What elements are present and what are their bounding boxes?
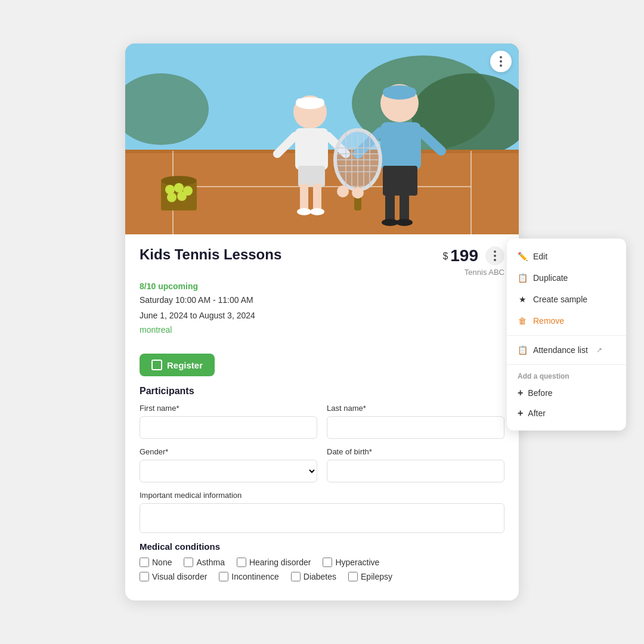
svg-point-15: [177, 191, 187, 201]
svg-point-14: [167, 193, 177, 202]
gender-dob-row: Gender* Male Female Other Date of birth*: [140, 447, 504, 482]
before-label: Before: [528, 388, 552, 398]
card-title: Kids Tennis Lessons: [140, 246, 281, 263]
svg-rect-33: [383, 166, 417, 196]
menu-item-before[interactable]: + Before: [507, 383, 626, 403]
menu-divider-2: [507, 364, 626, 365]
price-amount: 199: [450, 246, 478, 265]
checkbox-hearing-input[interactable]: [237, 558, 246, 567]
checkbox-visual-disorder[interactable]: Visual disorder: [140, 572, 207, 581]
first-name-label: First name*: [140, 404, 317, 413]
menu-item-attendance[interactable]: 📋 Attendance list ↗: [507, 339, 626, 361]
register-button[interactable]: Register: [140, 354, 215, 376]
checkbox-incontinence[interactable]: Incontinence: [219, 572, 278, 581]
duplicate-icon: 📋: [518, 273, 527, 283]
checkbox-epilepsy[interactable]: Epilepsy: [348, 572, 392, 581]
dropdown-menu: ✏️ Edit 📋 Duplicate ★ Create sample 🗑 Re…: [507, 239, 626, 431]
checkbox-incontinence-input[interactable]: [219, 572, 228, 581]
medical-conditions-row-2: Visual disorder Incontinence Diabetes Ep…: [140, 572, 504, 581]
register-icon: [151, 360, 162, 370]
svg-rect-19: [295, 128, 328, 170]
price-more-button[interactable]: [485, 246, 504, 265]
edit-label: Edit: [533, 252, 547, 261]
price-dots-icon: [494, 250, 496, 261]
schedule-line1: Saturday 10:00 AM - 11:00 AM: [140, 293, 504, 306]
gender-label: Gender*: [140, 447, 317, 456]
three-dots-icon: [500, 56, 502, 67]
checkbox-hyperactive[interactable]: Hyperactive: [323, 558, 379, 567]
attendance-label: Attendance list: [533, 345, 588, 355]
medical-conditions-title: Medical conditions: [140, 541, 504, 552]
medical-conditions-row-1: None Asthma Hearing disorder Hyperactive: [140, 558, 504, 567]
svg-point-12: [174, 183, 184, 193]
duplicate-label: Duplicate: [533, 273, 568, 283]
price-symbol: $: [442, 251, 448, 262]
gender-select[interactable]: Male Female Other: [140, 460, 317, 482]
checkbox-diabetes[interactable]: Diabetes: [291, 572, 336, 581]
card-body: Kids Tennis Lessons $ 199 Te: [125, 234, 519, 601]
medical-info-group: Important medical information: [140, 491, 504, 533]
last-name-group: Last name*: [327, 404, 504, 439]
create-sample-label: Create sample: [533, 295, 587, 304]
participants-section-title: Participants: [140, 386, 504, 397]
menu-item-remove[interactable]: 🗑 Remove: [507, 310, 626, 332]
price-row: $ 199: [442, 246, 504, 265]
medical-conditions-section: Medical conditions None Asthma Hearing d…: [140, 541, 504, 581]
location-link[interactable]: montreal: [140, 325, 172, 335]
schedule-line2: June 1, 2024 to August 3, 2024: [140, 309, 504, 322]
checkbox-asthma-input[interactable]: [184, 558, 193, 567]
register-label: Register: [167, 360, 203, 370]
checkbox-none[interactable]: None: [140, 558, 172, 567]
svg-point-52: [352, 187, 364, 199]
checkbox-none-input[interactable]: [140, 558, 149, 567]
checkbox-diabetes-input[interactable]: [291, 572, 301, 581]
menu-item-edit[interactable]: ✏️ Edit: [507, 246, 626, 267]
medical-info-label: Important medical information: [140, 491, 504, 500]
last-name-input[interactable]: [327, 416, 504, 439]
menu-item-create-sample[interactable]: ★ Create sample: [507, 289, 626, 310]
svg-point-26: [310, 208, 324, 215]
external-link-icon: ↗: [596, 346, 602, 354]
gender-group: Gender* Male Female Other: [140, 447, 317, 482]
svg-rect-34: [385, 191, 395, 221]
checkbox-visual-input[interactable]: [140, 572, 149, 581]
svg-point-51: [337, 185, 349, 197]
trash-icon: 🗑: [518, 316, 527, 326]
price-section: $ 199 Tennis ABC: [442, 246, 504, 277]
name-row: First name* Last name*: [140, 404, 504, 439]
svg-rect-35: [400, 191, 409, 221]
remove-label: Remove: [533, 316, 564, 326]
upcoming-label: 8/10 upcoming: [140, 281, 504, 291]
svg-rect-24: [313, 184, 321, 210]
checkbox-epilepsy-input[interactable]: [348, 572, 358, 581]
card-header: Kids Tennis Lessons $ 199 Te: [140, 246, 504, 277]
menu-item-after[interactable]: + After: [507, 403, 626, 423]
main-card: Kids Tennis Lessons $ 199 Te: [125, 44, 519, 601]
menu-divider: [507, 335, 626, 336]
checkbox-hyperactive-input[interactable]: [323, 558, 332, 567]
svg-rect-29: [383, 88, 416, 97]
dob-label: Date of birth*: [327, 447, 504, 456]
first-name-input[interactable]: [140, 416, 317, 439]
svg-point-37: [396, 219, 413, 226]
card-image: [125, 44, 519, 234]
add-question-label: Add a question: [507, 369, 626, 383]
edit-icon: ✏️: [518, 252, 527, 261]
svg-rect-18: [296, 98, 324, 107]
checkbox-asthma[interactable]: Asthma: [184, 558, 224, 567]
medical-info-textarea[interactable]: [140, 503, 504, 533]
clipboard-icon: 📋: [518, 345, 527, 355]
svg-point-36: [382, 219, 398, 226]
svg-point-25: [297, 208, 311, 215]
star-icon: ★: [518, 295, 527, 304]
first-name-group: First name*: [140, 404, 317, 439]
dob-input[interactable]: [327, 460, 504, 482]
svg-rect-23: [300, 184, 308, 210]
vendor-name: Tennis ABC: [465, 268, 504, 277]
plus-before-icon: +: [518, 388, 523, 398]
plus-after-icon: +: [518, 408, 523, 419]
menu-item-duplicate[interactable]: 📋 Duplicate: [507, 267, 626, 289]
checkbox-hearing-disorder[interactable]: Hearing disorder: [237, 558, 311, 567]
image-more-button[interactable]: [490, 51, 512, 72]
after-label: After: [528, 408, 546, 418]
